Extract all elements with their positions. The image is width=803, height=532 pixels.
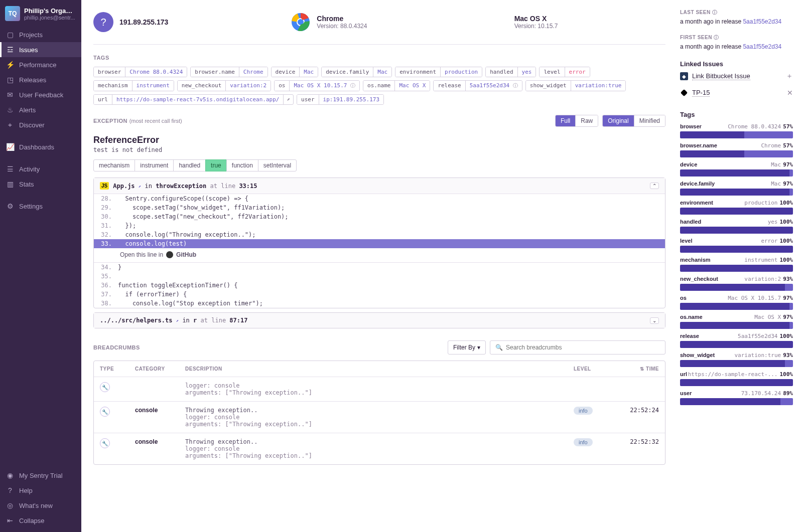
- nav-collapse[interactable]: ⇤Collapse: [0, 513, 81, 528]
- tag-pill[interactable]: show_widgetvariation:true: [525, 80, 626, 91]
- tag-dist-row[interactable]: device.familyMac97%: [680, 181, 793, 196]
- context-user[interactable]: ? 191.89.255.173: [93, 12, 271, 32]
- tag-dist-row[interactable]: handledyes100%: [680, 219, 793, 234]
- broadcast-icon: ◎: [6, 501, 14, 509]
- nav-activity[interactable]: ☰Activity: [0, 161, 81, 176]
- expand-frame-button[interactable]: ⌄: [650, 317, 659, 324]
- tag-pill[interactable]: handledyes: [485, 67, 536, 77]
- tag-dist-row[interactable]: deviceMac97%: [680, 161, 793, 176]
- nav-settings[interactable]: ⚙Settings: [0, 199, 81, 214]
- code-line: 35.: [94, 272, 665, 281]
- nav-projects[interactable]: ▢Projects: [0, 27, 81, 42]
- tag-pill[interactable]: browserChrome 88.0.4324: [93, 67, 187, 77]
- search-breadcrumbs[interactable]: 🔍: [490, 340, 665, 354]
- frame-tag: setInterval: [258, 159, 297, 171]
- link-bitbucket-row[interactable]: ◆ Link Bitbucket Issue ＋: [680, 68, 793, 85]
- tag-pill[interactable]: urlhttps://do-sample-react-7v5is.ondigit…: [93, 94, 294, 105]
- tag-dist-row[interactable]: show_widgetvariation:true93%: [680, 352, 793, 367]
- github-icon: [166, 251, 173, 258]
- code-context: 28. Sentry.configureScope((scope) => {29…: [94, 194, 665, 248]
- breadcrumb-row[interactable]: 🔧 console Throwing exception..logger: co…: [94, 402, 665, 433]
- collapse-frame-button[interactable]: ⌃: [650, 183, 659, 189]
- search-icon: 🔍: [495, 344, 503, 351]
- btn-full[interactable]: Full: [556, 115, 576, 126]
- level-badge: info: [574, 438, 593, 446]
- wrench-icon: 🔧: [100, 438, 110, 448]
- btn-raw[interactable]: Raw: [576, 115, 598, 126]
- breadcrumbs-header: BREADCRUMBS: [93, 344, 140, 350]
- tag-dist-row[interactable]: browser.nameChrome57%: [680, 142, 793, 157]
- nav-stats[interactable]: ▥Stats: [0, 176, 81, 192]
- tag-pill[interactable]: deviceMac: [271, 67, 319, 77]
- tag-pill[interactable]: os.nameMac OS X: [363, 80, 430, 91]
- nav-user-feedback[interactable]: ✉User Feedback: [0, 87, 81, 102]
- nav-dashboards[interactable]: 📈Dashboards: [0, 139, 81, 154]
- os-version: Version: 10.15.7: [514, 23, 558, 30]
- tag-dist-row[interactable]: release5aa1f55e2d34100%: [680, 333, 793, 348]
- tag-pill[interactable]: environmentproduction: [395, 67, 482, 77]
- last-seen-label: LAST SEEN ⓘ: [680, 9, 793, 16]
- nav-performance[interactable]: ⚡Performance: [0, 57, 81, 72]
- btn-original[interactable]: Original: [603, 115, 634, 126]
- tag-dist-row[interactable]: osMac OS X 10.15.797%: [680, 295, 793, 310]
- filter-by-button[interactable]: Filter By ▾: [448, 340, 486, 354]
- tag-dist-row[interactable]: user73.170.54.2489%: [680, 390, 793, 405]
- context-browser[interactable]: ChromeVersion: 88.0.4324: [291, 12, 468, 32]
- tag-pill[interactable]: new_checkoutvariation:2: [177, 80, 271, 91]
- feedback-icon: ✉: [6, 91, 14, 99]
- tag-dist-row[interactable]: levelerror100%: [680, 238, 793, 253]
- frame-header[interactable]: ../../src/helpers.ts ⬈ in r at line 87:1…: [94, 313, 665, 328]
- info-icon[interactable]: ⓘ: [714, 35, 719, 40]
- tag-dist-row[interactable]: browserChrome 88.0.432457%: [680, 123, 793, 138]
- tag-pill[interactable]: device.familyMac: [321, 67, 392, 77]
- breadcrumb-row[interactable]: 🔧 console Throwing exception..logger: co…: [94, 433, 665, 464]
- btn-minified[interactable]: Minified: [634, 115, 665, 126]
- context-os[interactable]: Mac OS XVersion: 10.15.7: [488, 12, 665, 32]
- tag-pill[interactable]: release5aa1f55e2d34 ⓘ: [433, 80, 522, 91]
- tag-dist-row[interactable]: os.nameMac OS X97%: [680, 314, 793, 329]
- external-link-icon[interactable]: ⬈: [283, 95, 293, 104]
- linked-issue-tp15[interactable]: TP-15 ✕: [680, 85, 793, 101]
- nav-whatsnew[interactable]: ◎What's new: [0, 498, 81, 513]
- external-link-icon[interactable]: ⬈: [139, 184, 141, 189]
- external-link-icon[interactable]: ⬈: [176, 318, 179, 323]
- nav-releases[interactable]: ◳Releases: [0, 72, 81, 87]
- org-switcher[interactable]: TQ Phillip's Organiz... phillip.jones@se…: [0, 0, 81, 27]
- stats-icon: ▥: [6, 180, 14, 188]
- sort-icon[interactable]: ⇅: [640, 366, 644, 372]
- release-link[interactable]: 5aa1f55e2d34: [743, 18, 781, 25]
- frame-tag: instrument: [135, 159, 174, 171]
- context-row: ? 191.89.255.173 ChromeVersion: 88.0.432…: [93, 0, 665, 45]
- code-line: 36.function toggleExceptionTimer() {: [94, 281, 665, 290]
- tag-pill[interactable]: levelerror: [539, 67, 590, 77]
- tag-pill[interactable]: userip:191.89.255.173: [297, 94, 384, 105]
- tag-dist-row[interactable]: urlhttps://do-sample-react-...100%: [680, 371, 793, 386]
- nav-alerts[interactable]: ♨Alerts: [0, 102, 81, 117]
- settings-icon: ⚙: [6, 202, 14, 210]
- tag-dist-row[interactable]: new_checkoutvariation:293%: [680, 276, 793, 291]
- remove-icon[interactable]: ✕: [787, 89, 793, 97]
- nav-help[interactable]: ?Help: [0, 483, 81, 498]
- release-link[interactable]: 5aa1f55e2d34: [743, 43, 781, 50]
- search-input[interactable]: [506, 344, 660, 351]
- org-avatar: TQ: [5, 6, 20, 21]
- tag-pill[interactable]: browser.nameChrome: [190, 67, 267, 77]
- first-seen-label: FIRST SEEN ⓘ: [680, 34, 793, 41]
- breadcrumb-row[interactable]: 🔧 logger: consolearguments: ["Throwing e…: [94, 377, 665, 402]
- frame-tags: mechanism instrument handled true functi…: [93, 159, 665, 171]
- nav-issues[interactable]: ☲Issues: [0, 42, 81, 57]
- nav-discover[interactable]: ⌖Discover: [0, 117, 81, 132]
- apple-icon: [488, 12, 508, 32]
- tag-pill[interactable]: mechanisminstrument: [93, 80, 174, 91]
- tag-dist-row[interactable]: mechanisminstrument100%: [680, 257, 793, 272]
- code-line: 32. console.log("Throwing exception..");: [94, 230, 665, 239]
- code-line: 31. });: [94, 221, 665, 230]
- open-in-github[interactable]: Open this line in GitHub: [94, 248, 665, 263]
- tag-pill[interactable]: osMac OS X 10.15.7 ⓘ: [274, 80, 360, 91]
- nav-trial[interactable]: ◉My Sentry Trial: [0, 468, 81, 483]
- frame-header[interactable]: JS App.js ⬈ in throwException at line 33…: [94, 178, 665, 194]
- chevron-down-icon: ▾: [477, 344, 480, 351]
- add-icon[interactable]: ＋: [786, 72, 793, 81]
- tag-dist-row[interactable]: environmentproduction100%: [680, 200, 793, 215]
- info-icon[interactable]: ⓘ: [712, 10, 718, 15]
